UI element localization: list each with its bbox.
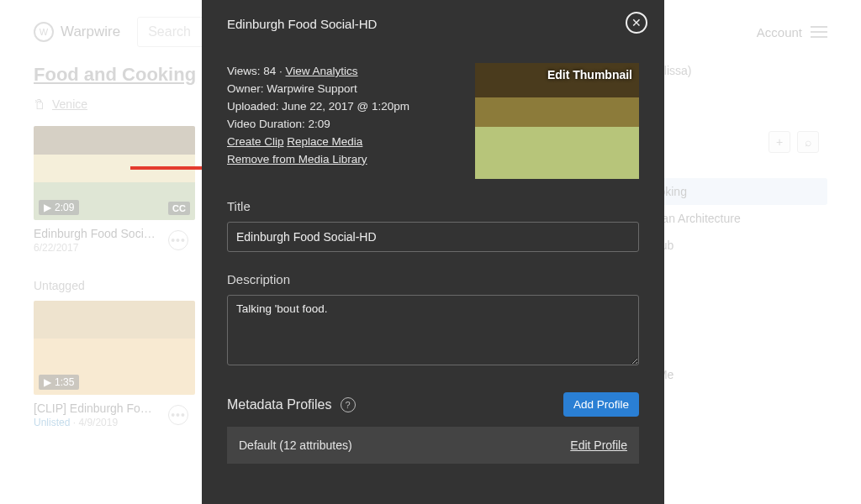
profile-row: Default (12 attributes) Edit Profile (227, 427, 639, 464)
thumbnail-preview[interactable]: Edit Thumbnail (475, 63, 639, 179)
replace-media-link[interactable]: Replace Media (287, 134, 362, 151)
description-input[interactable] (227, 295, 639, 365)
metadata-profiles-label: Metadata Profiles (227, 397, 332, 412)
title-label: Title (227, 199, 639, 213)
edit-thumbnail-link[interactable]: Edit Thumbnail (547, 68, 632, 81)
duration-line: Video Duration: 2:09 (227, 116, 450, 134)
close-icon[interactable]: ✕ (626, 12, 647, 34)
media-options-modal: Edinburgh Food Social-HD ✕ Views: 84 · V… (202, 0, 664, 504)
create-clip-link[interactable]: Create Clip (227, 134, 284, 151)
view-analytics-link[interactable]: View Analytics (286, 63, 358, 81)
description-label: Description (227, 272, 639, 286)
owner-line: Owner: Warpwire Support (227, 81, 450, 98)
profile-name: Default (12 attributes) (239, 438, 352, 452)
uploaded-line: Uploaded: June 22, 2017 @ 1:20pm (227, 98, 450, 116)
modal-title: Edinburgh Food Social-HD (227, 17, 639, 31)
help-icon[interactable]: ? (341, 397, 356, 412)
remove-media-link[interactable]: Remove from Media Library (227, 151, 367, 169)
title-input[interactable] (227, 222, 639, 252)
add-profile-button[interactable]: Add Profile (563, 392, 639, 417)
edit-profile-link[interactable]: Edit Profile (570, 438, 627, 452)
media-metadata: Views: 84 · View Analytics Owner: Warpwi… (227, 63, 450, 179)
